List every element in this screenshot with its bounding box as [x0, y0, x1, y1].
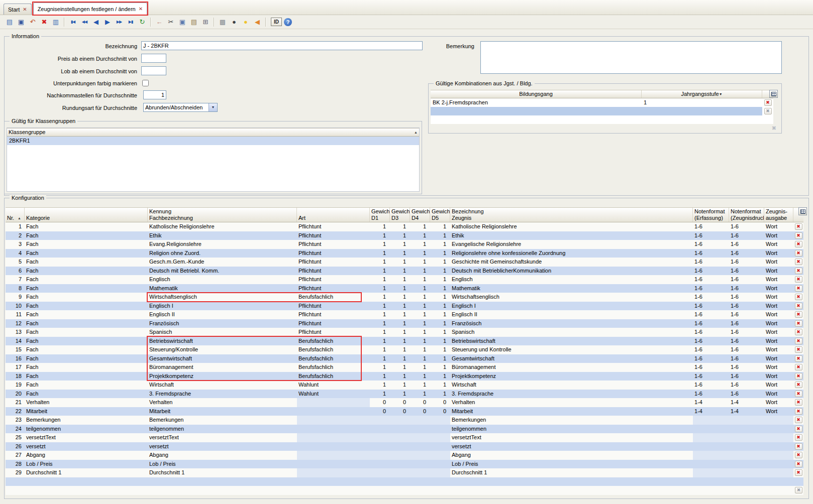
column-header-jahrgangsstufe[interactable]: Jahrgangsstufe ▼: [642, 90, 762, 98]
save-icon[interactable]: ▣: [16, 17, 27, 27]
delete-record-icon[interactable]: ✖: [39, 17, 50, 27]
lock-icon[interactable]: ▩: [217, 17, 228, 27]
column-header-nf_druck[interactable]: Notenformat(Zeugnisdruck): [729, 208, 764, 222]
delete-row-icon[interactable]: ✖: [795, 276, 802, 283]
column-header-klassengruppe[interactable]: Klassengruppe ▲: [7, 129, 419, 136]
config-row[interactable]: 2FachEthikPflichtunt1111Ethik1-61-6Wort✖: [6, 231, 803, 240]
megaphone-icon[interactable]: ◀: [252, 17, 263, 27]
delete-row-icon[interactable]: ✖: [795, 443, 802, 450]
column-header-d4[interactable]: GewichtD4: [410, 208, 430, 222]
rundungsart-dropdown[interactable]: Abrunden/Abschneiden ▼: [143, 103, 218, 112]
delete-row-icon[interactable]: ✖: [795, 452, 802, 458]
config-row[interactable]: 3FachEvang.ReligionslehrePflichtunt1111E…: [6, 240, 803, 249]
delete-row-icon[interactable]: ✖: [764, 99, 772, 106]
delete-row-icon[interactable]: ✖: [795, 259, 802, 265]
nav-next-icon[interactable]: ▶: [102, 17, 113, 27]
column-header-kategorie[interactable]: Kategorie: [25, 208, 148, 222]
bemerkung-textarea[interactable]: [480, 41, 782, 74]
undo-icon[interactable]: ↶: [27, 17, 38, 27]
id-button[interactable]: ID: [271, 18, 282, 26]
config-row[interactable]: 18FachProjektkompetenzBerufsfachlich1111…: [6, 372, 803, 381]
kombination-row-empty-selected[interactable]: ✖: [431, 107, 773, 115]
config-row[interactable]: 10FachEnglisch IPflichtunt1111Englisch I…: [6, 302, 803, 311]
column-header-nf_erfassung[interactable]: Notenformat(Erfassung): [693, 208, 729, 222]
config-row[interactable]: 13FachSpanischPflichtunt1111Spanisch1-61…: [6, 328, 803, 337]
delete-row-icon[interactable]: ✖: [795, 338, 802, 344]
column-header-bildungsgang[interactable]: Bildungsgang: [431, 90, 642, 98]
config-row[interactable]: 29Durchschnitt 1Durchschnitt 1Durchschni…: [6, 468, 803, 477]
kombination-row[interactable]: BK 2-j.Fremdsprachen1✖: [431, 98, 773, 107]
config-row[interactable]: 27AbgangAbgangAbgang✖: [6, 451, 803, 460]
config-row[interactable]: 4FachReligion ohne Zuord.Pflichtunt1111R…: [6, 249, 803, 258]
preis-input[interactable]: [141, 54, 166, 63]
column-header-kennung[interactable]: KennungFachbezeichnung: [148, 208, 297, 222]
unterpunktung-checkbox[interactable]: [142, 80, 149, 86]
delete-row-icon[interactable]: ✖: [795, 426, 802, 432]
config-row[interactable]: 14FachBetriebswirtschaftBerufsfachlich11…: [6, 337, 803, 346]
delete-row-icon[interactable]: ✖: [795, 434, 802, 441]
config-row[interactable]: 22MitarbeitMitarbeit0000Mitarbeit1-41-4W…: [6, 407, 803, 416]
config-row[interactable]: 7FachEnglischPflichtunt1111Englisch1-61-…: [6, 275, 803, 284]
config-row[interactable]: 24teilgenommenteilgenommenteilgenommen✖: [6, 425, 803, 434]
delete-row-icon[interactable]: ✖: [795, 320, 802, 327]
config-row[interactable]: 6FachDeutsch mit Betriebl. Komm.Pflichtu…: [6, 267, 803, 276]
chevron-down-icon[interactable]: ▼: [209, 103, 217, 111]
config-row[interactable]: 15FachSteuerung/KontrolleBerufsfachlich1…: [6, 345, 803, 354]
copy-icon[interactable]: ▣: [177, 17, 188, 27]
config-row[interactable]: 19FachWirtschaftWahlunt1111Wirtschaft1-6…: [6, 381, 803, 390]
delete-row-icon[interactable]: ✖: [795, 408, 802, 415]
refresh-icon[interactable]: ↻: [137, 17, 148, 27]
column-header-art[interactable]: Art: [297, 208, 370, 222]
delete-row-icon[interactable]: ✖: [795, 285, 802, 292]
select-icon[interactable]: ⊞: [200, 17, 211, 27]
klassengruppe-row[interactable]: 2BKFR1: [7, 137, 419, 145]
paste-icon[interactable]: ▤: [188, 17, 199, 27]
delete-row-icon[interactable]: ✖: [795, 382, 802, 388]
column-header-nr[interactable]: Nr.▲: [6, 208, 25, 222]
nav-prev-fast-icon[interactable]: ◀◀: [79, 17, 90, 27]
delete-row-icon[interactable]: ✖: [795, 355, 802, 362]
column-chooser-button[interactable]: [798, 207, 807, 215]
tab-close-icon[interactable]: ✕: [23, 7, 27, 12]
cut-icon[interactable]: ✂: [165, 17, 176, 27]
delete-row-icon[interactable]: ✖: [795, 268, 802, 274]
tab-zeugniseinstellungen[interactable]: Zeugniseinstellungen festlegen / ändern✕: [33, 3, 147, 15]
nav-next-fast-icon[interactable]: ▶▶: [114, 17, 125, 27]
column-header-d5[interactable]: GewichtD5: [430, 208, 450, 222]
column-chooser-button[interactable]: [769, 90, 778, 98]
tab-close-icon[interactable]: ✕: [139, 7, 143, 12]
delete-row-icon[interactable]: ✖: [795, 364, 802, 370]
column-header-d1[interactable]: GewichtD1: [370, 208, 390, 222]
tab-start[interactable]: Start✕: [4, 4, 32, 15]
bezeichnung-input[interactable]: [141, 41, 423, 50]
config-row[interactable]: 5FachGesch.m.Gem.-KundePflichtunt1111Ges…: [6, 258, 803, 267]
delete-row-icon[interactable]: ✖: [795, 346, 802, 353]
config-row[interactable]: 1FachKatholische ReligionslehrePflichtun…: [6, 222, 803, 231]
delete-row-icon[interactable]: ✖: [795, 311, 802, 318]
delete-row-icon[interactable]: ✖: [795, 223, 802, 230]
nachkommastellen-input[interactable]: [143, 90, 166, 99]
delete-row-icon[interactable]: ✖: [795, 469, 802, 476]
config-row[interactable]: 28Lob / PreisLob / PreisLob / Preis✖: [6, 460, 803, 469]
nav-first-icon[interactable]: ▮◀: [67, 17, 78, 27]
delete-row-icon[interactable]: ✖: [795, 461, 802, 467]
preview-icon[interactable]: ●: [229, 17, 240, 27]
back-arrow-icon[interactable]: ←: [154, 17, 165, 27]
delete-row-icon[interactable]: ✖: [795, 329, 802, 335]
lightbulb-icon[interactable]: ●: [240, 17, 251, 27]
copy-record-icon[interactable]: ▥: [50, 17, 61, 27]
delete-row-icon[interactable]: ✖: [795, 391, 802, 397]
config-row[interactable]: 21VerhaltenVerhalten0000Verhalten1-41-4W…: [6, 398, 803, 407]
column-header-ausgabe[interactable]: Zeugnis-ausgabe: [764, 208, 793, 222]
config-row[interactable]: 11FachEnglisch IIPflichtunt1111Englisch …: [6, 310, 803, 319]
column-header-bezeichnung[interactable]: BezeichnungZeugnis: [450, 208, 693, 222]
delete-row-icon[interactable]: ✖: [795, 294, 802, 300]
config-row[interactable]: 16FachGesamtwirtschaftBerufsfachlich1111…: [6, 354, 803, 363]
config-row[interactable]: 26versetztversetztversetzt✖: [6, 442, 803, 451]
config-row[interactable]: 25versetztTextversetztTextversetztText✖: [6, 433, 803, 442]
nav-last-icon[interactable]: ▶▮: [125, 17, 136, 27]
config-row[interactable]: 8FachMathematikPflichtunt1111Mathematik1…: [6, 284, 803, 293]
config-row[interactable]: 12FachFranzösischPflichtunt1111Französis…: [6, 319, 803, 328]
chevron-down-icon[interactable]: ▼: [719, 91, 723, 97]
delete-row-icon[interactable]: ✖: [795, 373, 802, 380]
